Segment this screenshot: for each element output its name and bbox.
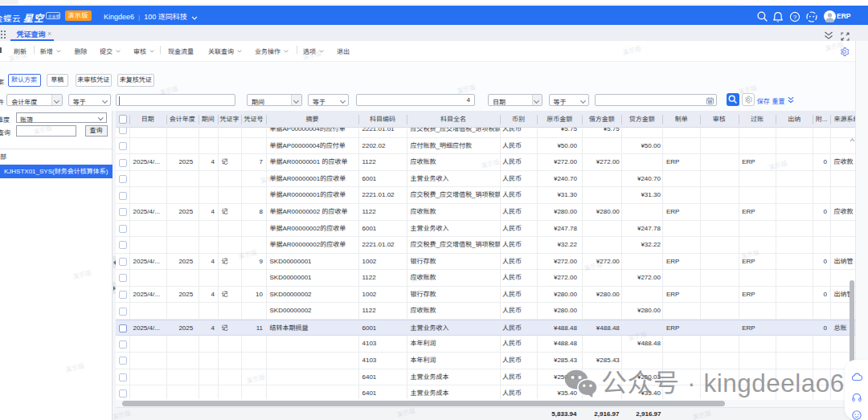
svg-text:?: ? <box>792 14 796 21</box>
